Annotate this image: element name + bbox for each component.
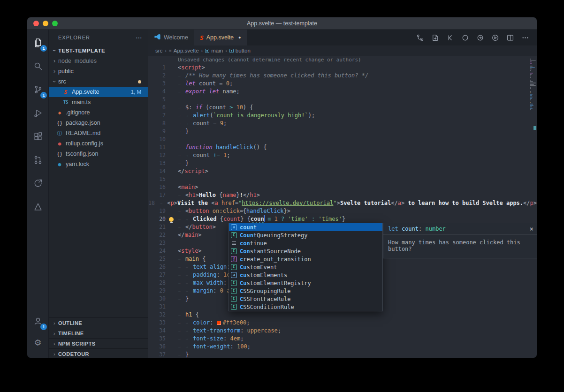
- circle-outline-icon[interactable]: [461, 34, 469, 42]
- minimize-window-button[interactable]: [43, 21, 48, 26]
- zoom-window-button[interactable]: [52, 21, 58, 26]
- azure-icon[interactable]: [27, 197, 48, 216]
- accounts-icon[interactable]: 1: [27, 312, 48, 331]
- code-line[interactable]: 3→let count = 0;: [148, 80, 537, 88]
- code-editor[interactable]: Unsaved changes (cannot determine recent…: [148, 56, 537, 358]
- suggestion-count[interactable]: acount: [229, 223, 382, 231]
- run-icon[interactable]: [491, 34, 499, 42]
- tab-welcome[interactable]: Welcome: [148, 30, 194, 45]
- tree-item-package-json[interactable]: {}package.json: [49, 118, 148, 128]
- tree-item--gitignore[interactable]: ◆.gitignore: [49, 107, 148, 118]
- code-line[interactable]: 4→export let name;: [148, 88, 537, 96]
- code-line[interactable]: 6→$: if (count ≥ 10) {: [148, 104, 537, 112]
- code-line[interactable]: 17→<h1>Hello {name}!</h1>: [148, 191, 537, 199]
- tree-item-main-ts[interactable]: TSmain.ts: [49, 97, 148, 107]
- code-line[interactable]: 34→→text-transform: uppercase;: [148, 327, 537, 335]
- suggestion-constantsourcenode[interactable]: CConstantSourceNode: [229, 247, 382, 255]
- source-control-icon[interactable]: 1: [27, 80, 48, 99]
- settings-icon[interactable]: ⚙: [27, 333, 48, 352]
- suggestion-cssfontfacerule[interactable]: CCSSFontFaceRule: [229, 295, 382, 303]
- tree-item-node-modules[interactable]: ›node_modules: [49, 56, 148, 66]
- suggestion-continue[interactable]: continue: [229, 239, 382, 247]
- source-control-compare-icon[interactable]: [416, 34, 424, 42]
- suggestion-cssgroupingrule[interactable]: CCSSGroupingRule: [229, 287, 382, 295]
- tab-whitespace: →: [178, 319, 185, 327]
- code-line[interactable]: 13→}: [148, 159, 537, 167]
- suggestion-countqueuingstrategy[interactable]: CCountQueuingStrategy: [229, 231, 382, 239]
- line-number: 26: [148, 263, 166, 271]
- suggestion-create_out_transition[interactable]: ƒcreate_out_transition: [229, 255, 382, 263]
- more-actions-icon[interactable]: [521, 34, 529, 42]
- code-line[interactable]: 5: [148, 96, 537, 104]
- code-line[interactable]: 20→→Clicked {count} {coun ≡ 1 ? 'time' :…: [148, 215, 537, 223]
- tab-whitespace: →: [185, 215, 193, 223]
- suggestion-customevent[interactable]: CCustomEvent: [229, 263, 382, 271]
- close-icon[interactable]: ×: [530, 226, 534, 232]
- code-line[interactable]: 32→h1 {: [148, 311, 537, 319]
- github-pr-icon[interactable]: [27, 151, 48, 169]
- codelens-annotation[interactable]: Unsaved changes (cannot determine recent…: [148, 56, 537, 64]
- section-outline[interactable]: ›OUTLINE: [49, 317, 148, 328]
- code-line[interactable]: 14</script>: [148, 167, 537, 175]
- code-line[interactable]: 37→}: [148, 351, 537, 358]
- minimap-line: [530, 104, 533, 105]
- gutter-gap: [166, 207, 178, 215]
- tree-item-readme-md[interactable]: ⓘREADME.md: [49, 128, 148, 138]
- run-debug-icon[interactable]: [27, 104, 48, 122]
- tree-item-public[interactable]: ›public: [49, 66, 148, 76]
- sync-icon[interactable]: [476, 34, 484, 42]
- tree-item-app-svelte[interactable]: SApp.svelte1, M: [49, 87, 148, 97]
- code-line[interactable]: 1<script>: [148, 64, 537, 72]
- live-share-icon[interactable]: [27, 174, 48, 193]
- breadcrumb-separator: ›: [165, 48, 167, 53]
- breadcrumb-item-app-svelte[interactable]: ≡App.svelte: [169, 48, 199, 53]
- minimap[interactable]: [529, 56, 537, 358]
- breadcrumb-item-button[interactable]: button: [229, 48, 251, 53]
- close-window-button[interactable]: [33, 21, 39, 26]
- open-changes-icon[interactable]: [431, 34, 439, 42]
- suggestion-cssconditionrule[interactable]: CCSSConditionRule: [229, 303, 382, 311]
- breadcrumb-item-src[interactable]: src: [155, 48, 162, 53]
- section-codetour[interactable]: ›CODETOUR: [49, 348, 148, 358]
- code-line[interactable]: 16<main>: [148, 183, 537, 191]
- section-npm-scripts[interactable]: ›NPM SCRIPTS: [49, 338, 148, 348]
- code-line[interactable]: 11→function handleClick() {: [148, 143, 537, 151]
- tab-whitespace: →: [178, 128, 185, 136]
- search-icon[interactable]: [27, 57, 48, 75]
- code-line[interactable]: 8→→count = 9;: [148, 120, 537, 128]
- code-line[interactable]: 18→<p>Visit the <a href="https://svelte.…: [148, 199, 537, 207]
- tab-whitespace: →: [185, 327, 193, 335]
- tree-item-rollup-config-js[interactable]: ●rollup.config.js: [49, 138, 148, 149]
- extensions-icon[interactable]: [27, 127, 48, 146]
- navigate-back-icon[interactable]: [446, 34, 454, 42]
- tree-item-yarn-lock[interactable]: ●yarn.lock: [49, 159, 148, 169]
- code-line[interactable]: 33→→color: #ff3e00;: [148, 319, 537, 327]
- code-line[interactable]: 12→→count += 1;: [148, 151, 537, 159]
- code-line[interactable]: 7→→alert(`count is dangerously high!`);: [148, 112, 537, 120]
- tree-item-src[interactable]: ›src: [49, 76, 148, 87]
- code-line[interactable]: 10: [148, 136, 537, 143]
- section-timeline[interactable]: ›TIMELINE: [49, 328, 148, 338]
- breadcrumb-item-main[interactable]: main: [205, 48, 223, 53]
- explorer-icon[interactable]: 1: [27, 33, 48, 52]
- suggestion-customelementregistry[interactable]: CCustomElementRegistry: [229, 279, 382, 287]
- code-line[interactable]: 15: [148, 175, 537, 183]
- code-line[interactable]: 9→}: [148, 128, 537, 136]
- split-editor-icon[interactable]: [506, 34, 514, 42]
- code-line[interactable]: 19→<button on:click={handleClick}>: [148, 207, 537, 215]
- code-line[interactable]: 35→→font-size: 4em;: [148, 335, 537, 343]
- tab-app-svelte[interactable]: SApp.svelte●: [194, 30, 247, 45]
- suggestion-customelements[interactable]: acustomElements: [229, 271, 382, 279]
- class-symbol-icon: C: [231, 232, 237, 238]
- code-line[interactable]: 2→/** How many times has someone clicked…: [148, 72, 537, 80]
- symbol-icon: [205, 49, 209, 53]
- lightbulb-icon[interactable]: [169, 217, 174, 222]
- minimap-line: [530, 84, 534, 85]
- svelte-file-icon: S: [62, 89, 69, 95]
- tree-item-tsconfig-json[interactable]: {}tsconfig.json: [49, 149, 148, 159]
- more-actions-icon[interactable]: ⋯: [136, 34, 142, 41]
- tree-root[interactable]: ›TEST-TEMPLATE: [49, 45, 148, 56]
- file-icon: ≡: [169, 48, 172, 53]
- line-number: 18: [148, 199, 155, 207]
- code-line[interactable]: 36→→font-weight: 100;: [148, 343, 537, 351]
